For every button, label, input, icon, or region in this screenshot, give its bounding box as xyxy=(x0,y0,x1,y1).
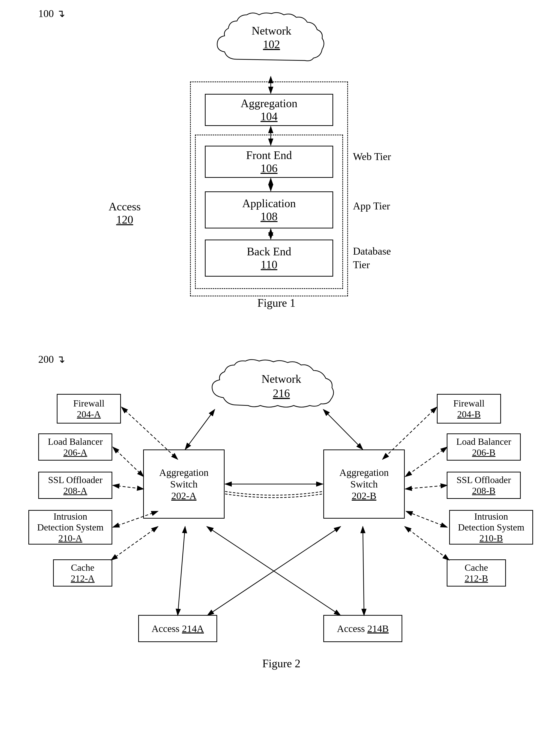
box-aggregation-104: Aggregation 104 xyxy=(205,94,333,126)
svg-line-30 xyxy=(207,527,341,615)
fig2-caption: Figure 2 xyxy=(197,657,365,670)
svg-line-26 xyxy=(405,527,449,560)
svg-text:Network: Network xyxy=(252,24,291,37)
box-ids-210b: Intrusion Detection System 210-B xyxy=(449,510,533,545)
box-firewall-204b: Firewall 204-B xyxy=(437,394,501,424)
svg-line-24 xyxy=(405,485,447,489)
svg-line-28 xyxy=(363,527,364,615)
cloud-network-216: Network 216 xyxy=(205,358,358,416)
fig1-label-100: 100 ↴ xyxy=(38,7,65,20)
diagram-container: 100 ↴ Network 102 Access 120 Aggregation… xyxy=(0,0,560,732)
box-frontend-106: Front End 106 xyxy=(205,146,333,178)
box-backend-110: Back End 110 xyxy=(205,239,333,276)
box-lb-206a: Load Balancer 206-A xyxy=(38,434,112,461)
svg-line-29 xyxy=(207,527,341,615)
box-cache-212a: Cache 212-A xyxy=(53,559,112,587)
svg-line-27 xyxy=(178,527,185,615)
fig1-caption: Figure 1 xyxy=(197,296,355,309)
svg-line-18 xyxy=(113,447,144,477)
box-ids-210a: Intrusion Detection System 210-A xyxy=(28,510,112,545)
svg-line-25 xyxy=(406,511,447,527)
svg-text:102: 102 xyxy=(263,38,280,51)
box-access-214b: Access 214B xyxy=(323,615,402,642)
box-application-108: Application 108 xyxy=(205,191,333,228)
box-ssl-208a: SSL Offloader 208-A xyxy=(38,472,112,499)
web-tier-label: Web Tier xyxy=(353,151,391,162)
db-tier-label: DatabaseTier xyxy=(353,244,391,271)
box-agg-switch-202b: AggregationSwitch 202-B xyxy=(323,450,405,519)
box-ssl-208b: SSL Offloader 208-B xyxy=(447,472,521,499)
svg-line-21 xyxy=(111,527,158,560)
svg-text:Network: Network xyxy=(262,373,301,385)
box-access-214a: Access 214A xyxy=(138,615,217,642)
box-firewall-204a: Firewall 204-A xyxy=(57,394,121,424)
box-lb-206b: Load Balancer 206-B xyxy=(447,434,521,461)
svg-line-23 xyxy=(405,447,447,477)
box-agg-switch-202a: AggregationSwitch 202-A xyxy=(143,450,225,519)
label-access-120: Access 120 xyxy=(109,200,141,226)
cloud-network-102: Network 102 xyxy=(212,10,331,78)
box-cache-212b: Cache 212-B xyxy=(447,559,506,587)
app-tier-label: App Tier xyxy=(353,200,390,212)
fig2-label-200: 200 ↴ xyxy=(38,353,65,365)
svg-line-19 xyxy=(113,485,144,489)
svg-text:216: 216 xyxy=(273,387,290,400)
